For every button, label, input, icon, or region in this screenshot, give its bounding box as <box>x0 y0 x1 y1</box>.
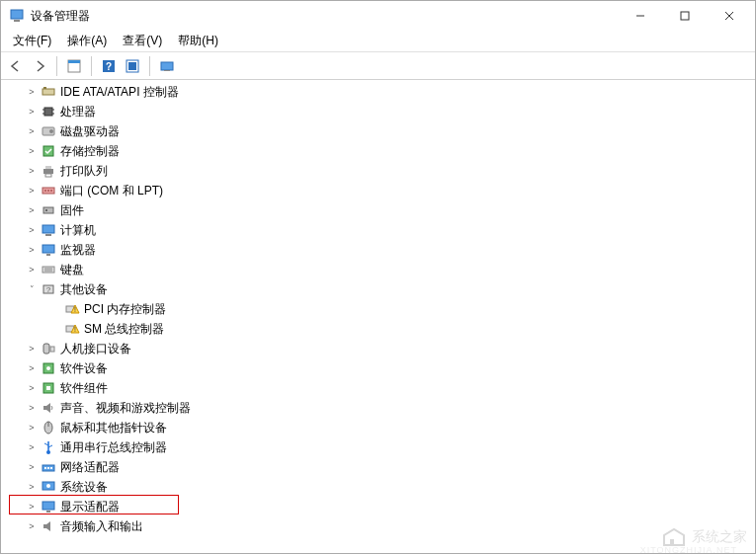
toolbar-separator <box>56 56 57 76</box>
tree-node-label: 计算机 <box>60 222 96 239</box>
chevron-right-icon[interactable]: > <box>25 440 39 454</box>
svg-rect-32 <box>45 209 47 211</box>
chevron-right-icon[interactable]: > <box>25 361 39 375</box>
disk-icon <box>41 123 56 139</box>
chevron-right-icon[interactable]: > <box>25 124 39 138</box>
tree-node[interactable]: >端口 (COM 和 LPT) <box>1 181 755 200</box>
chevron-right-icon[interactable]: > <box>25 164 39 178</box>
svg-rect-12 <box>161 62 173 70</box>
svg-rect-13 <box>164 70 170 71</box>
tree-node[interactable]: >计算机 <box>1 220 755 240</box>
minimize-button[interactable] <box>618 2 662 30</box>
toolbar-separator <box>91 56 92 76</box>
chevron-right-icon[interactable]: > <box>25 342 39 356</box>
toolbar-help-button[interactable]: ? <box>98 55 120 77</box>
mouse-icon <box>41 420 56 435</box>
chevron-right-icon[interactable]: > <box>25 243 39 257</box>
audio-icon <box>41 518 56 534</box>
tree-node[interactable]: >IDE ATA/ATAPI 控制器 <box>1 82 755 102</box>
tree-node-label: 通用串行总线控制器 <box>60 439 167 456</box>
toolbar-showmore-button[interactable] <box>156 55 178 77</box>
svg-text:?: ? <box>106 61 112 72</box>
warn-icon: ! <box>64 301 80 317</box>
ide-icon <box>41 84 56 100</box>
tree-node[interactable]: >处理器 <box>1 102 755 121</box>
tree-node-label: 显示适配器 <box>60 499 120 515</box>
tree-node[interactable]: >打印队列 <box>1 161 755 181</box>
chevron-right-icon[interactable]: > <box>25 500 39 514</box>
svg-text:!: ! <box>74 306 76 313</box>
titlebar-left: 设备管理器 <box>9 8 90 25</box>
tree-node-label: IDE ATA/ATAPI 控制器 <box>60 84 179 101</box>
svg-point-65 <box>46 484 50 488</box>
chevron-right-icon[interactable]: > <box>25 460 39 474</box>
chevron-right-icon[interactable]: > <box>25 480 39 494</box>
svg-rect-3 <box>681 12 689 20</box>
chevron-right-icon[interactable]: > <box>25 421 39 435</box>
tree-node[interactable]: >声音、视频和游戏控制器 <box>1 398 755 418</box>
tree-node[interactable]: >监视器 <box>1 240 755 260</box>
tree-node-child[interactable]: !SM 总线控制器 <box>1 319 755 339</box>
menu-file[interactable]: 文件(F) <box>5 31 59 51</box>
tree-node[interactable]: >通用串行总线控制器 <box>1 437 755 457</box>
tree-node-label: 其他设备 <box>60 281 108 298</box>
maximize-button[interactable] <box>662 2 707 30</box>
tree-node[interactable]: >软件设备 <box>1 358 755 378</box>
svg-rect-26 <box>45 174 51 177</box>
svg-rect-0 <box>11 10 23 19</box>
port-icon <box>41 183 56 198</box>
tree-node-label: 处理器 <box>60 104 96 120</box>
tree-node-label: 监视器 <box>60 242 96 259</box>
tree-node[interactable]: >键盘 <box>1 260 755 279</box>
tree-node[interactable]: >软件组件 <box>1 378 755 398</box>
toolbar-back-button[interactable] <box>5 55 27 77</box>
soft-icon <box>41 360 56 376</box>
chevron-right-icon[interactable]: > <box>25 144 39 158</box>
chevron-right-icon[interactable]: > <box>25 381 39 395</box>
tree-node-label: 鼠标和其他指针设备 <box>60 420 167 436</box>
printer-icon <box>41 163 56 179</box>
close-button[interactable] <box>707 2 751 30</box>
system-icon <box>41 479 56 495</box>
chevron-down-icon[interactable]: ˅ <box>25 282 39 296</box>
tree-node[interactable]: ˅?其他设备 <box>1 279 755 299</box>
menu-view[interactable]: 查看(V) <box>115 31 170 51</box>
toolbar-forward-button[interactable] <box>29 55 50 77</box>
chevron-right-icon[interactable]: > <box>25 401 39 415</box>
tree-node[interactable]: >磁盘驱动器 <box>1 121 755 141</box>
tree-node[interactable]: >存储控制器 <box>1 141 755 161</box>
svg-rect-66 <box>42 502 54 510</box>
chevron-right-icon[interactable]: > <box>25 105 39 119</box>
tree-node-label: 声音、视频和游戏控制器 <box>60 400 191 417</box>
tree-node[interactable]: >网络适配器 <box>1 457 755 477</box>
chevron-right-icon[interactable]: > <box>25 223 39 237</box>
network-icon <box>41 459 56 475</box>
svg-text:?: ? <box>46 285 51 294</box>
tree-node[interactable]: >固件 <box>1 200 755 220</box>
tree-node-label: 网络适配器 <box>60 459 120 476</box>
chevron-right-icon[interactable]: > <box>25 184 39 198</box>
tree-node[interactable]: >音频输入和输出 <box>1 516 755 536</box>
tree-node[interactable]: >人机接口设备 <box>1 339 755 358</box>
hid-icon <box>41 341 56 356</box>
tree-node[interactable]: >鼠标和其他指针设备 <box>1 418 755 437</box>
device-tree[interactable]: >IDE ATA/ATAPI 控制器>处理器>磁盘驱动器>存储控制器>打印队列>… <box>1 80 755 553</box>
chevron-right-icon[interactable]: > <box>25 203 39 217</box>
chevron-right-icon[interactable]: > <box>25 519 39 533</box>
menu-help[interactable]: 帮助(H) <box>170 31 226 51</box>
svg-rect-34 <box>45 234 51 236</box>
svg-rect-25 <box>45 166 51 169</box>
sound-icon <box>41 400 56 416</box>
chevron-right-icon[interactable]: > <box>25 263 39 277</box>
tree-node[interactable]: >显示适配器 <box>1 497 755 516</box>
svg-rect-7 <box>68 60 80 63</box>
toolbar-properties-button[interactable] <box>63 55 85 77</box>
tree-node-child[interactable]: !PCI 内存控制器 <box>1 299 755 319</box>
tree-node-label: 软件设备 <box>60 360 108 377</box>
tree-node[interactable]: >系统设备 <box>1 477 755 497</box>
toolbar-refresh-button[interactable] <box>122 55 143 77</box>
storage-icon <box>41 143 56 159</box>
tree-node-label: PCI 内存控制器 <box>84 301 166 318</box>
menu-action[interactable]: 操作(A) <box>59 31 115 51</box>
chevron-right-icon[interactable]: > <box>25 85 39 99</box>
